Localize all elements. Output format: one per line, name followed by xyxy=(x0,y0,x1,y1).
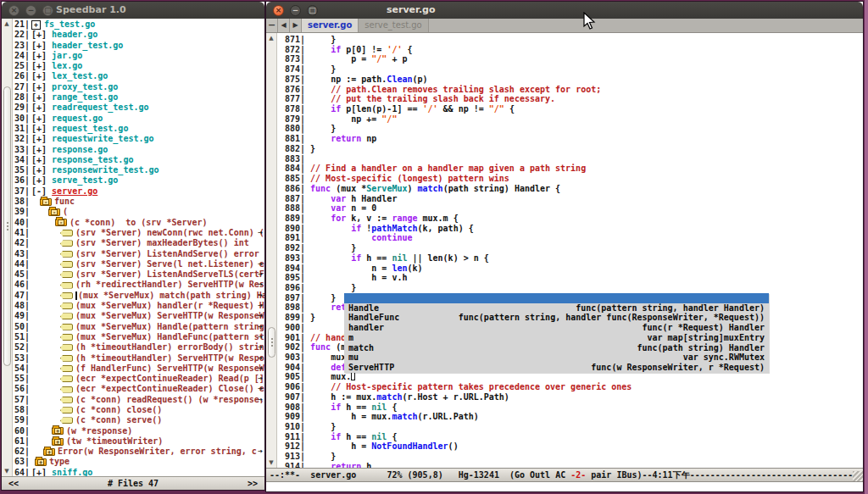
autocomplete-item-m[interactable]: mvar map[string]muxEntry xyxy=(344,333,769,343)
speedbar-item-serve-test-go[interactable]: 36|[+] serve_test.go xyxy=(13,175,264,186)
code-line-911[interactable]: 911| if h == nil { xyxy=(278,432,863,442)
folder-plus-icon[interactable]: + xyxy=(52,438,64,446)
speedbar-item-server-go[interactable]: 37|[-] server.go xyxy=(13,186,264,197)
speedbar-item--mux-servemux-servehttp-w-responsew[interactable]: 49|(mux *ServeMux) ServeHTTP(w ResponseW… xyxy=(13,311,264,321)
folder-plus-icon[interactable]: + xyxy=(52,427,64,435)
speedbar-item--mux-servemux-handlefunc-pattern-st[interactable]: 51|(mux *ServeMux) HandleFunc(pattern st… xyxy=(13,332,264,342)
code-line-884[interactable]: 884| // Find a handler on a handler map … xyxy=(278,164,863,174)
speedbar-item--w-response-[interactable]: 60|+(w *response) xyxy=(13,426,264,436)
speedbar-item--srv-server-maxheaderbytes-int[interactable]: 42|(srv *Server) maxHeaderBytes() int xyxy=(13,238,264,248)
speedbar-item-response-test-go[interactable]: 34|[+] response_test.go xyxy=(13,155,264,165)
tab-serve-test-go[interactable]: serve_test.go xyxy=(359,19,428,32)
minibuffer[interactable] xyxy=(266,482,863,491)
expand-icon[interactable]: [+] xyxy=(31,41,52,51)
maximize-icon[interactable]: □ xyxy=(307,5,318,16)
tag-icon[interactable] xyxy=(60,251,73,258)
speedbar-item--srv-server-newconn-rwc-net-conn-[interactable]: 41|(srv *Server) newConn(rwc net.Conn) (… xyxy=(13,228,264,238)
speedbar-item-func[interactable]: 38|-func xyxy=(13,197,264,207)
autocomplete-item-handlefunc[interactable]: HandleFuncfunc(pattern string, handler f… xyxy=(344,313,769,323)
tag-icon[interactable] xyxy=(60,397,73,403)
speedbar-item-range-test-go[interactable]: 28|[+] range_test.go xyxy=(13,92,264,103)
expand-icon[interactable]: [+] xyxy=(31,155,52,165)
speedbar-item-jar-go[interactable]: 24|[+] jar.go xyxy=(13,51,264,61)
speedbar-item-response-go[interactable]: 33|[+] response.go xyxy=(13,145,264,155)
tag-icon[interactable] xyxy=(60,313,73,319)
code-line-912[interactable]: 912| h = NotFoundHandler() xyxy=(278,441,863,452)
tag-icon[interactable] xyxy=(60,355,73,362)
code-line-907[interactable]: 907| h := mux.match(r.Host + r.URL.Path) xyxy=(278,392,863,402)
speedbar-item-proxy-test-go[interactable]: 27|[+] proxy_test.go xyxy=(13,82,264,92)
speedbar-item-sniff-go[interactable]: 64|[+] sniff.go xyxy=(13,468,264,476)
expand-icon[interactable]: [+] xyxy=(31,468,52,476)
tag-icon[interactable] xyxy=(60,417,73,424)
speedbar-body[interactable]: ▲ ▼ 21|+fs_test.go22|[+] header.go23|[+]… xyxy=(2,19,264,476)
code-line-883[interactable]: 883| xyxy=(278,154,863,164)
tag-icon[interactable] xyxy=(60,344,73,351)
autocomplete-item-match[interactable]: matchfunc(path string) Handler xyxy=(344,343,769,353)
tag-icon[interactable] xyxy=(60,365,73,372)
speedbar-item-responsewrite-test-go[interactable]: 35|[+] responsewrite_test.go xyxy=(13,165,264,175)
tag-icon[interactable] xyxy=(60,324,73,330)
autocomplete-item-handler[interactable]: handlerfunc(r *Request) Handler xyxy=(344,323,769,333)
speedbar-item--h-timeouthandler-errorbody-strin[interactable]: 52|(h *timeoutHandler) errorBody() strin… xyxy=(13,342,264,352)
code-line-871[interactable]: 871| } xyxy=(278,35,863,45)
speedbar-item--c-conn-to-srv-server-[interactable]: 40|-(c *conn) to (srv *Server) xyxy=(13,218,264,228)
speedbar-item-readrequest-test-go[interactable]: 29|[+] readrequest_test.go xyxy=(13,103,264,113)
code-line-895[interactable]: 895| h = v.h xyxy=(278,273,863,283)
speedbar-item-lex-test-go[interactable]: 26|[+] lex_test.go xyxy=(13,71,264,81)
autocomplete-item-handle[interactable]: Handlefunc(pattern string, handler Handl… xyxy=(344,303,769,314)
code-line-888[interactable]: 888| var n = 0 xyxy=(278,203,863,214)
scroll-up-icon[interactable]: ▲ xyxy=(2,19,12,29)
speedbar-item--f-handlerfunc-servehttp-w-responsew[interactable]: 54|(f HandlerFunc) ServeHTTP(w ResponseW… xyxy=(13,364,264,374)
minimize-icon[interactable]: − xyxy=(290,5,301,16)
minimize-icon[interactable]: − xyxy=(25,5,36,16)
tag-icon[interactable] xyxy=(60,407,73,414)
folder-plus-icon[interactable]: + xyxy=(35,458,47,466)
speedbar-item--mux-servemux-handle-pattern-string[interactable]: 50|(mux *ServeMux) Handle(pattern string… xyxy=(13,322,264,332)
tag-icon[interactable] xyxy=(60,230,73,236)
close-icon[interactable]: × xyxy=(273,5,284,16)
speedbar-item-header-test-go[interactable]: 23|[+] header_test.go xyxy=(13,41,264,51)
speedbar-item--mux-servemux-handler-r-request-h[interactable]: 48|(mux *ServeMux) handler(r *Request) H… xyxy=(13,301,264,311)
tabbar-home-button[interactable]: − xyxy=(266,19,278,32)
code-line-872[interactable]: 872| if p[0] != '/' { xyxy=(278,45,863,55)
speedbar-item-requestwrite-test-go[interactable]: 32|[+] requestwrite_test.go xyxy=(13,134,264,144)
code-line-882[interactable]: 882| } xyxy=(278,144,863,154)
speedbar-item--c-conn-serve-[interactable]: 59|(c *conn) serve() xyxy=(13,415,264,425)
expand-icon[interactable]: [+] xyxy=(31,134,52,144)
code-area[interactable]: ▲ ▼ 871| }872| if p[0] != '/' {873| p = … xyxy=(266,33,863,468)
speedbar-item-request-go[interactable]: 30|[+] request.go xyxy=(13,114,264,124)
speedbar-page-forward-button[interactable]: >> xyxy=(248,477,258,490)
code-line-906[interactable]: 906| // Host-specific pattern takes prec… xyxy=(278,382,863,392)
expand-icon[interactable]: [+] xyxy=(31,175,52,186)
maximize-icon[interactable]: □ xyxy=(42,5,53,16)
scroll-down-icon[interactable]: ▼ xyxy=(266,458,276,468)
code-line-874[interactable]: 874| } xyxy=(278,64,863,75)
tag-icon[interactable] xyxy=(60,292,73,299)
speedbar-item--rh-redirecthandler-servehttp-w-res[interactable]: 46|(rh *redirectHandler) ServeHTTP(w Res… xyxy=(13,280,264,290)
tag-icon[interactable] xyxy=(60,303,73,309)
expand-icon[interactable]: [+] xyxy=(31,71,52,81)
speedbar-item--h-timeouthandler-servehttp-w-respo[interactable]: 53|(h *timeoutHandler) ServeHTTP(w Respo… xyxy=(13,353,264,364)
resize-grip[interactable] xyxy=(853,471,863,481)
code-line-877[interactable]: 877| // put the trailing slash back if n… xyxy=(278,94,863,104)
tag-icon[interactable] xyxy=(60,386,73,393)
code-line-908[interactable]: 908| if h == nil { xyxy=(278,402,863,413)
code-line-886[interactable]: 886| func (mux *ServeMux) match(path str… xyxy=(278,184,863,194)
code-line-910[interactable]: 910| } xyxy=(278,422,863,432)
speedbar-page-back-button[interactable]: << xyxy=(8,477,19,490)
speedbar-item--c-conn-readrequest-w-response-[interactable]: 57|(c *conn) readRequest() (w *response,… xyxy=(13,395,264,405)
speedbar-item--mux-servemux-match-path-string-ha[interactable]: 47|(mux *ServeMux) match(path string) Ha… xyxy=(13,291,264,301)
speedbar-item--c-conn-close-[interactable]: 58|(c *conn) close() xyxy=(13,405,264,415)
tab-server-go[interactable]: server.go xyxy=(302,19,359,32)
tag-icon[interactable] xyxy=(60,240,73,247)
speedbar-item-request-test-go[interactable]: 31|[+] request_test.go xyxy=(13,124,264,134)
code-line-887[interactable]: 887| var h Handler xyxy=(278,194,863,204)
speedbar-scroll-thumb[interactable] xyxy=(3,86,11,366)
speedbar-item-lex-go[interactable]: 25|[+] lex.go xyxy=(13,61,264,71)
tabbar-scroll-right-icon[interactable]: ▶ xyxy=(290,19,302,32)
speedbar-item--[interactable]: 39|-( xyxy=(13,207,264,217)
code-line-873[interactable]: 873| p = "/" + p xyxy=(278,54,863,64)
scroll-down-icon[interactable]: ▼ xyxy=(2,466,12,476)
expand-icon[interactable]: [+] xyxy=(31,51,52,61)
